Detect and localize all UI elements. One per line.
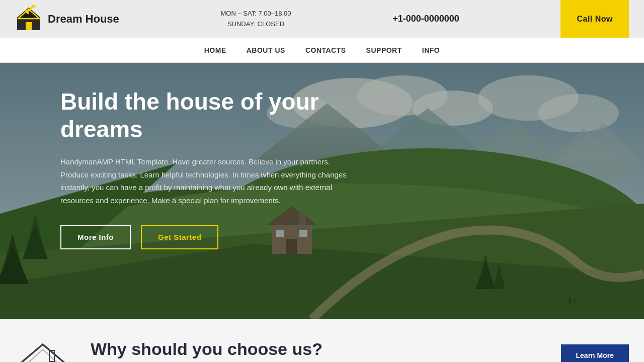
hero-buttons: More Info Get Started (60, 225, 352, 249)
nav-support[interactable]: SUPPORT (366, 46, 402, 54)
logo-text: Dream House (48, 13, 119, 26)
call-now-button[interactable]: Call Now (560, 0, 629, 38)
schedule-line1: MON – SAT: 7.00–18.00 (221, 9, 291, 19)
hero-description: HandymanAMP HTML Template. Have greater … (60, 155, 352, 207)
hero-content: Build the house of your dreams HandymanA… (60, 88, 352, 249)
nav-about[interactable]: ABOUT US (247, 46, 285, 54)
header-schedule: MON – SAT: 7.00–18.00 SUNDAY: CLOSED (221, 9, 291, 30)
why-text-area: Why should you choose us? (91, 339, 541, 362)
hero-title: Build the house of your dreams (60, 88, 352, 143)
logo-area: Dream House (15, 5, 119, 33)
get-started-button[interactable]: Get Started (141, 225, 218, 249)
site-header: Dream House MON – SAT: 7.00–18.00 SUNDAY… (0, 0, 644, 38)
logo-icon (15, 5, 43, 33)
svg-marker-42 (20, 344, 65, 362)
svg-rect-3 (26, 22, 32, 30)
phone-number: +1-000-0000000 (392, 14, 459, 24)
learn-more-button[interactable]: Learn More (561, 344, 629, 362)
svg-marker-41 (20, 344, 65, 362)
house-bottom-icon (15, 339, 70, 362)
hero-section: Build the house of your dreams HandymanA… (0, 63, 644, 319)
main-nav: HOME ABOUT US CONTACTS SUPPORT INFO (0, 38, 644, 63)
more-info-button[interactable]: More Info (60, 225, 131, 249)
nav-info[interactable]: INFO (422, 46, 440, 54)
why-cta-area: Learn More (561, 339, 629, 362)
schedule-line2: SUNDAY: CLOSED (227, 19, 284, 30)
why-section: Why should you choose us? Learn More (0, 319, 644, 362)
nav-contacts[interactable]: CONTACTS (305, 46, 346, 54)
header-phone: +1-000-0000000 (392, 14, 459, 24)
why-title: Why should you choose us? (91, 339, 541, 359)
house-icon-area (15, 339, 70, 362)
nav-home[interactable]: HOME (204, 46, 226, 54)
